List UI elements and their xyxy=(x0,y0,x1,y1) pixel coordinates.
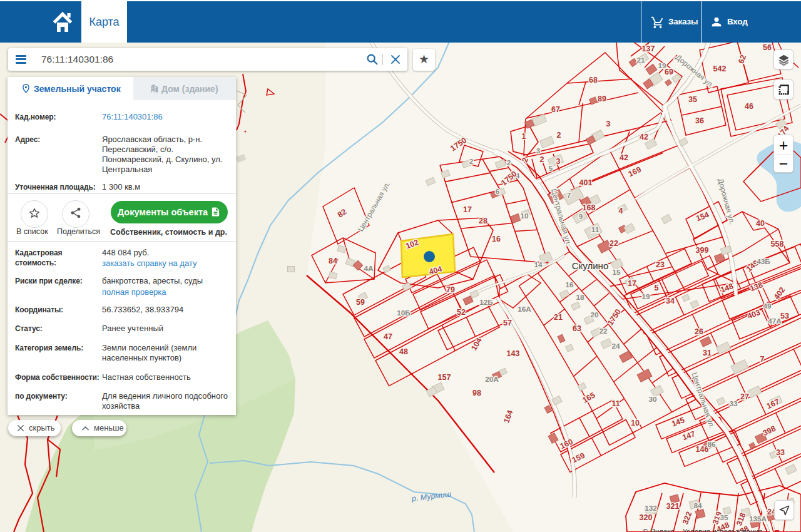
svg-text:4: 4 xyxy=(619,207,623,215)
svg-text:21: 21 xyxy=(636,56,645,64)
svg-text:20А: 20А xyxy=(485,375,499,384)
svg-text:49: 49 xyxy=(763,302,772,310)
svg-text:63: 63 xyxy=(573,324,581,333)
svg-text:84: 84 xyxy=(329,257,337,265)
svg-text:19: 19 xyxy=(641,292,650,301)
svg-text:1: 1 xyxy=(522,132,526,141)
svg-text:33: 33 xyxy=(729,399,738,408)
svg-text:10Б: 10Б xyxy=(397,309,411,317)
svg-text:5: 5 xyxy=(655,284,659,292)
svg-text:35: 35 xyxy=(688,95,697,104)
svg-text:6: 6 xyxy=(496,187,500,196)
svg-text:558: 558 xyxy=(771,240,784,248)
svg-text:10: 10 xyxy=(520,212,529,220)
svg-text:11: 11 xyxy=(611,399,620,408)
svg-text:143: 143 xyxy=(507,349,520,358)
svg-text:89: 89 xyxy=(598,95,606,103)
svg-text:68: 68 xyxy=(589,76,598,84)
svg-text:53: 53 xyxy=(780,312,789,320)
svg-text:16А: 16А xyxy=(518,305,531,314)
svg-text:35: 35 xyxy=(720,513,728,522)
svg-text:157: 157 xyxy=(438,373,451,382)
svg-text:52: 52 xyxy=(457,308,466,317)
svg-text:2: 2 xyxy=(507,158,511,167)
svg-text:2: 2 xyxy=(540,155,544,164)
svg-text:42: 42 xyxy=(620,153,628,162)
svg-text:320: 320 xyxy=(640,513,653,522)
svg-text:14: 14 xyxy=(534,260,543,269)
svg-text:5: 5 xyxy=(549,164,553,173)
svg-text:22: 22 xyxy=(610,239,618,248)
svg-text:17: 17 xyxy=(628,279,636,288)
svg-text:46: 46 xyxy=(745,102,753,111)
svg-text:48: 48 xyxy=(399,347,408,356)
svg-text:9: 9 xyxy=(579,212,583,221)
svg-text:18: 18 xyxy=(576,293,584,302)
svg-text:42: 42 xyxy=(640,133,648,141)
svg-text:47: 47 xyxy=(384,332,392,341)
svg-text:31: 31 xyxy=(703,349,712,357)
svg-text:135А: 135А xyxy=(749,514,767,523)
svg-text:79: 79 xyxy=(446,285,455,294)
svg-text:16: 16 xyxy=(492,235,501,243)
svg-text:10: 10 xyxy=(631,419,640,427)
svg-text:2: 2 xyxy=(469,157,474,166)
svg-text:3: 3 xyxy=(556,157,561,166)
svg-text:27: 27 xyxy=(740,392,749,401)
svg-text:47А: 47А xyxy=(768,317,782,325)
svg-text:401: 401 xyxy=(579,178,593,187)
svg-text:57: 57 xyxy=(503,319,512,327)
svg-text:30: 30 xyxy=(648,395,657,404)
svg-text:17: 17 xyxy=(463,205,472,214)
svg-text:24: 24 xyxy=(611,342,620,350)
svg-text:34: 34 xyxy=(666,297,675,305)
svg-text:Скулино: Скулино xyxy=(572,260,609,271)
svg-text:16: 16 xyxy=(565,280,574,289)
svg-text:22: 22 xyxy=(599,327,608,335)
svg-text:542: 542 xyxy=(713,64,727,73)
svg-text:21: 21 xyxy=(554,313,563,322)
svg-text:67: 67 xyxy=(551,105,560,114)
svg-text:3: 3 xyxy=(536,146,541,155)
svg-text:2: 2 xyxy=(557,131,561,140)
svg-text:59: 59 xyxy=(356,298,365,307)
svg-text:132: 132 xyxy=(645,504,657,513)
svg-text:12Б: 12Б xyxy=(479,298,493,307)
svg-text:43Б: 43Б xyxy=(757,257,770,266)
svg-text:137: 137 xyxy=(642,44,655,53)
svg-text:36: 36 xyxy=(695,116,704,125)
svg-text:11: 11 xyxy=(591,225,599,234)
svg-text:7: 7 xyxy=(760,355,765,364)
svg-text:3: 3 xyxy=(606,120,611,128)
svg-text:7: 7 xyxy=(567,191,571,200)
svg-text:56: 56 xyxy=(763,43,772,52)
svg-text:40: 40 xyxy=(756,219,765,228)
svg-text:168: 168 xyxy=(583,203,596,212)
svg-text:33: 33 xyxy=(776,448,785,457)
svg-text:26: 26 xyxy=(695,327,703,336)
svg-text:23: 23 xyxy=(656,260,665,269)
svg-text:399: 399 xyxy=(696,246,709,255)
svg-text:4А: 4А xyxy=(364,264,374,273)
svg-text:15: 15 xyxy=(612,268,621,277)
svg-text:98: 98 xyxy=(472,389,481,397)
svg-text:146: 146 xyxy=(696,445,709,454)
svg-text:86: 86 xyxy=(707,440,716,449)
svg-text:321: 321 xyxy=(666,502,680,511)
svg-text:28: 28 xyxy=(479,217,487,225)
svg-text:84: 84 xyxy=(693,501,702,510)
svg-text:69: 69 xyxy=(665,68,673,76)
svg-text:20: 20 xyxy=(590,310,599,319)
